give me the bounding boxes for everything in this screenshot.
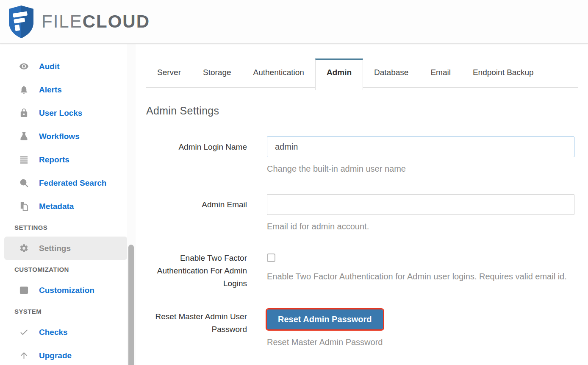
flask-icon — [19, 131, 29, 142]
gear-icon — [19, 243, 29, 254]
admin-login-name-input[interactable] — [267, 137, 574, 157]
sidebar-item-label: Audit — [39, 62, 60, 71]
reset-password-label: Reset Master Admin User Password — [146, 309, 247, 348]
brand-text-light: FILE — [42, 11, 83, 32]
tab-email[interactable]: Email — [419, 68, 462, 87]
admin-settings-form: Admin Login Name Change the built-in adm… — [146, 137, 578, 348]
sidebar-scrollbar-thumb[interactable] — [128, 245, 134, 365]
sidebar-item-label: Checks — [39, 328, 68, 337]
reset-password-row: Reset Master Admin User Password Reset A… — [146, 309, 578, 348]
tab-admin[interactable]: Admin — [315, 59, 363, 90]
sidebar-item-settings[interactable]: Settings — [4, 237, 127, 260]
sidebar-section-customization: CUSTOMIZATION — [0, 260, 127, 279]
sidebar: Audit Alerts User Locks Workflows Report — [0, 44, 127, 365]
settings-tabs: Server Storage Authentication Admin Data… — [146, 59, 578, 88]
lock-icon — [19, 108, 29, 118]
pages-icon — [19, 201, 29, 212]
sidebar-section-settings: SETTINGS — [0, 218, 127, 237]
sidebar-item-label: Metadata — [39, 202, 74, 211]
sidebar-scrollbar-track[interactable] — [127, 44, 136, 365]
sidebar-item-customization[interactable]: Customization — [0, 279, 127, 302]
brand-wordmark: FILECLOUD — [42, 11, 150, 32]
reset-admin-password-button[interactable]: Reset Admin Password — [267, 309, 383, 329]
sidebar-section-system: SYSTEM — [0, 302, 127, 320]
tab-server[interactable]: Server — [146, 68, 192, 87]
tab-database[interactable]: Database — [363, 68, 419, 87]
sidebar-item-audit[interactable]: Audit — [0, 55, 127, 78]
sidebar-item-label: Workflows — [39, 132, 80, 141]
two-factor-checkbox[interactable] — [267, 254, 275, 262]
admin-email-row: Admin Email Email id for admin account. — [146, 194, 578, 232]
eye-icon — [19, 61, 29, 72]
sidebar-item-label: Reports — [39, 155, 69, 164]
admin-login-name-help: Change the built-in admin user name — [267, 163, 572, 175]
sidebar-item-label: Federated Search — [39, 178, 106, 188]
sidebar-item-label: Settings — [39, 244, 71, 253]
sidebar-item-label: User Locks — [39, 109, 82, 118]
list-icon — [19, 155, 29, 165]
admin-email-label: Admin Email — [146, 194, 247, 232]
sidebar-item-upgrade[interactable]: Upgrade — [0, 344, 127, 365]
two-factor-label: Enable Two Factor Authentication For Adm… — [146, 252, 247, 290]
filecloud-logo-icon — [8, 5, 35, 39]
magnifier-icon — [19, 178, 29, 188]
two-factor-row: Enable Two Factor Authentication For Adm… — [146, 252, 578, 290]
main-content: Server Storage Authentication Admin Data… — [136, 44, 588, 365]
sidebar-item-federated-search[interactable]: Federated Search — [0, 171, 127, 195]
admin-email-help: Email id for admin account. — [267, 220, 572, 232]
app-header: FILECLOUD — [0, 0, 588, 44]
sidebar-item-alerts[interactable]: Alerts — [0, 78, 127, 101]
reset-password-help: Reset Master Admin Password — [267, 336, 572, 348]
sidebar-item-reports[interactable]: Reports — [0, 148, 127, 171]
sidebar-item-metadata[interactable]: Metadata — [0, 195, 127, 218]
tab-storage[interactable]: Storage — [192, 68, 242, 87]
sidebar-item-label: Customization — [39, 286, 94, 295]
sidebar-item-workflows[interactable]: Workflows — [0, 125, 127, 148]
sidebar-item-user-locks[interactable]: User Locks — [0, 101, 127, 125]
two-factor-help: Enable Two Factor Authentication for Adm… — [267, 270, 572, 282]
sidebar-item-checks[interactable]: Checks — [0, 320, 127, 344]
sidebar-item-label: Upgrade — [39, 351, 72, 360]
admin-login-name-label: Admin Login Name — [146, 137, 247, 175]
image-icon — [19, 285, 29, 295]
tab-authentication[interactable]: Authentication — [242, 68, 315, 87]
sidebar-item-label: Alerts — [39, 85, 62, 95]
brand-text-bold: CLOUD — [83, 11, 150, 32]
checkmark-icon — [19, 327, 29, 337]
admin-login-name-row: Admin Login Name Change the built-in adm… — [146, 137, 578, 175]
arrow-up-icon — [19, 351, 29, 361]
bell-icon — [19, 85, 29, 95]
page-title: Admin Settings — [146, 105, 578, 117]
admin-email-input[interactable] — [267, 194, 574, 215]
tab-endpoint-backup[interactable]: Endpoint Backup — [462, 68, 545, 87]
